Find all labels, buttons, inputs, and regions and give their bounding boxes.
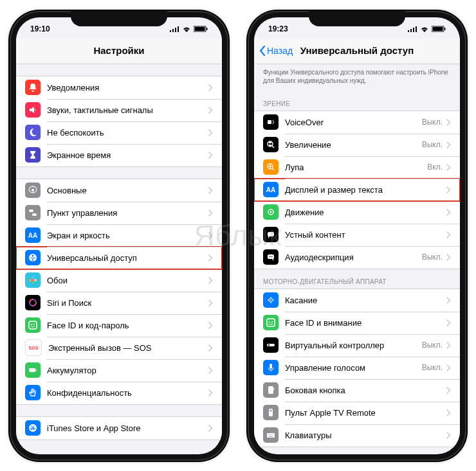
svg-point-53	[268, 344, 270, 346]
row-tvremote[interactable]: Пульт Apple TV Remote	[254, 402, 460, 424]
row-zoom[interactable]: УвеличениеВыкл.	[254, 134, 460, 156]
row-label: Дисплей и размер текста	[285, 185, 446, 195]
audio-icon	[263, 249, 279, 265]
svg-rect-65	[269, 436, 273, 437]
svg-text:AA: AA	[28, 232, 37, 239]
keyboard-icon	[263, 427, 279, 443]
svg-point-51	[271, 321, 273, 323]
row-keyboards[interactable]: Клавиатуры	[254, 424, 460, 447]
hand-icon	[25, 385, 41, 400]
row-accessibility[interactable]: Универсальный доступ	[16, 247, 222, 269]
row-dnd[interactable]: Не беспокоить	[16, 121, 222, 144]
svg-point-48	[270, 299, 271, 301]
row-privacy[interactable]: Конфиденциальность	[16, 382, 222, 404]
row-siri[interactable]: Siri и Поиск	[16, 292, 222, 314]
chevron-right-icon	[208, 84, 213, 91]
touch-icon	[263, 292, 279, 308]
row-notifications[interactable]: Уведомления	[16, 76, 222, 99]
svg-point-44	[269, 256, 270, 257]
row-sos[interactable]: SOSЭкстренный вызов — SOS	[16, 337, 222, 359]
row-screentime[interactable]: Экранное время	[16, 144, 222, 166]
row-control[interactable]: Пункт управления	[16, 202, 222, 224]
motion-icon	[263, 204, 279, 220]
status-time: 19:10	[30, 24, 50, 33]
svg-rect-32	[433, 26, 443, 31]
row-label: Увеличение	[285, 140, 422, 150]
back-button[interactable]: Назад	[259, 46, 293, 56]
row-displaytext[interactable]: AAДисплей и размер текста	[254, 179, 460, 201]
chevron-right-icon	[208, 152, 213, 159]
svg-point-45	[270, 256, 271, 257]
svg-point-15	[34, 279, 37, 281]
moon-icon	[25, 125, 41, 140]
magnify-icon	[263, 159, 279, 175]
chevron-right-icon	[446, 387, 451, 394]
svg-text:AA: AA	[266, 186, 275, 193]
notch	[309, 11, 405, 26]
row-itunes[interactable]: iTunes Store и App Store	[16, 417, 222, 440]
svg-rect-8	[29, 209, 33, 212]
svg-rect-5	[195, 26, 205, 31]
row-general[interactable]: Основные	[16, 179, 222, 202]
row-label: Экран и яркость	[47, 231, 208, 240]
svg-rect-20	[29, 321, 37, 329]
chevron-right-icon	[446, 231, 451, 238]
chevron-right-icon	[446, 164, 451, 171]
row-faceatt[interactable]: Face ID и внимание	[254, 312, 460, 334]
mic-icon	[263, 360, 279, 375]
content-left[interactable]: УведомленияЗвуки, тактильные сигналыНе б…	[16, 64, 222, 454]
svg-rect-28	[410, 29, 412, 32]
row-audiodesc[interactable]: АудиодескрипцияВыкл.	[254, 246, 460, 269]
row-voice[interactable]: Управление голосомВыкл.	[254, 357, 460, 379]
row-label: iTunes Store и App Store	[47, 423, 208, 433]
svg-rect-25	[36, 369, 37, 371]
svg-rect-56	[274, 388, 275, 390]
row-label: Движение	[285, 208, 446, 217]
svg-rect-30	[416, 26, 417, 32]
row-label: Обои	[47, 276, 208, 285]
row-label: Универсальный доступ	[47, 253, 208, 263]
svg-point-13	[32, 279, 34, 281]
row-touch[interactable]: Касание	[254, 289, 460, 312]
svg-rect-36	[269, 142, 271, 143]
group-header: МОТОРНО-ДВИГАТЕЛЬНЫЙ АППАРАТ	[254, 269, 460, 289]
chevron-right-icon	[208, 254, 213, 262]
sounds-icon	[25, 102, 41, 118]
svg-rect-24	[29, 368, 35, 372]
chevron-right-icon	[446, 319, 451, 326]
table-group: VoiceOverВыкл.УвеличениеВыкл.ЛупаВкл.AAД…	[254, 111, 460, 269]
chevron-right-icon	[208, 209, 213, 217]
svg-rect-37	[269, 145, 271, 146]
row-label: Экранное время	[47, 150, 208, 160]
row-side[interactable]: Боковая кнопка	[254, 379, 460, 402]
row-motion[interactable]: Движение	[254, 201, 460, 224]
row-voiceover[interactable]: VoiceOverВыкл.	[254, 111, 460, 134]
signal-icon	[408, 26, 417, 32]
chevron-right-icon	[208, 389, 213, 396]
row-display[interactable]: AAЭкран и яркость	[16, 224, 222, 247]
row-wallpaper[interactable]: Обои	[16, 269, 222, 292]
row-faceid[interactable]: Face ID и код-пароль	[16, 314, 222, 337]
content-right[interactable]: Функции Универсального доступа помогают …	[254, 64, 460, 454]
status-indicators	[170, 26, 208, 32]
row-sounds[interactable]: Звуки, тактильные сигналы	[16, 99, 222, 121]
row-label: Face ID и внимание	[285, 318, 446, 328]
svg-rect-42	[268, 232, 274, 236]
svg-point-22	[33, 324, 35, 325]
table-group: iTunes Store и App Store	[16, 416, 222, 440]
battery-icon	[432, 26, 446, 32]
group-header: ЗРЕНИЕ	[254, 91, 460, 111]
row-spoken[interactable]: Устный контент	[254, 224, 460, 246]
row-label: Управление голосом	[285, 363, 422, 373]
row-switch[interactable]: Виртуальный контроллерВыкл.	[254, 334, 460, 357]
svg-rect-2	[175, 28, 176, 32]
row-magnifier[interactable]: ЛупаВкл.	[254, 156, 460, 179]
status-indicators	[408, 26, 446, 32]
row-label: Экстренный вызов — SOS	[48, 343, 208, 353]
chevron-right-icon	[446, 342, 451, 349]
row-battery[interactable]: Аккумулятор	[16, 359, 222, 382]
svg-rect-33	[444, 28, 446, 30]
row-label: Основные	[47, 186, 208, 195]
hourglass-icon	[25, 147, 41, 163]
chevron-right-icon	[208, 322, 213, 329]
